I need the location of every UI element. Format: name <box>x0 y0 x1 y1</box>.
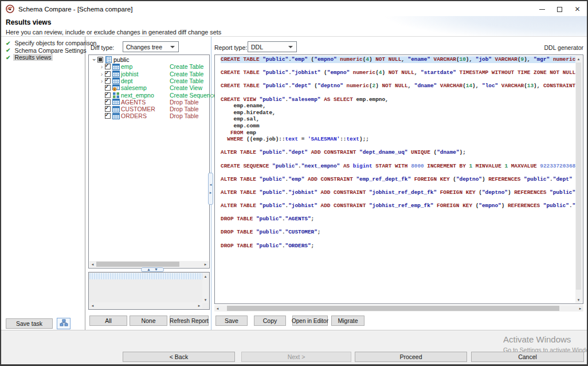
close-icon: ✕ <box>574 6 580 13</box>
scroll-right-icon[interactable]: ▸ <box>577 305 583 312</box>
diff-type-label: Diff type: <box>91 44 114 51</box>
detail-vertical-scrollbar[interactable]: ▴ ▾ <box>202 273 209 303</box>
all-button[interactable]: All <box>89 316 127 326</box>
scroll-left-icon[interactable]: ◂ <box>214 305 221 312</box>
vertical-splitter[interactable]: ◂▸ <box>208 173 213 205</box>
minimize-button[interactable] <box>533 1 551 17</box>
open-in-editor-button[interactable]: Open in Editor <box>292 316 328 326</box>
sql-line: WHERE ((emp.job)::text = 'SALESMAN'::tex… <box>221 136 575 143</box>
tree-horizontal-scrollbar[interactable]: ◂ ▸ <box>89 261 209 267</box>
check-icon: ✓ <box>105 63 109 68</box>
none-button[interactable]: None <box>130 316 167 326</box>
expand-closed-icon[interactable]: › <box>99 64 104 69</box>
diff-type-select[interactable]: Changes tree <box>123 41 179 52</box>
wizard-step-label: Schema Compare Settings <box>13 47 87 54</box>
checkbox[interactable]: ✓ <box>105 71 111 77</box>
tree-item-action: Drop Table <box>170 106 199 112</box>
checkbox[interactable] <box>97 57 103 63</box>
close-button[interactable]: ✕ <box>569 1 586 17</box>
wizard-step[interactable]: ✔Results views <box>6 54 53 61</box>
tree-item-label: public <box>113 56 129 63</box>
wizard-step[interactable]: ✔Schema Compare Settings <box>6 47 88 54</box>
sql-line: ALTER TABLE "public"."jobhist" ADD CONST… <box>221 189 575 196</box>
tree-item-action: Create Table <box>170 71 203 77</box>
tree-row[interactable]: ✓ORDERSDrop Table <box>89 112 209 119</box>
migrate-button[interactable]: Migrate <box>331 316 364 326</box>
checkbox[interactable]: ✓ <box>105 64 111 69</box>
code-horizontal-scrollbar[interactable]: ◂ ▸ <box>214 305 583 312</box>
tree-item-label: next_empno <box>121 92 154 99</box>
chevron-down-icon <box>170 46 175 48</box>
sitemap-icon <box>60 318 68 329</box>
detail-selected-row[interactable] <box>89 273 203 279</box>
checkbox[interactable]: ✓ <box>105 78 111 84</box>
check-icon: ✓ <box>105 91 109 97</box>
tree-item-label: CUSTOMER <box>121 106 155 112</box>
tree-row[interactable]: ✓next_empnoCreate Sequence <box>89 92 209 99</box>
save-button[interactable]: Save <box>215 316 248 326</box>
sql-line: emp.hiredate, <box>221 110 575 116</box>
scrollbar-thumb[interactable] <box>576 63 581 290</box>
schedule-task-button[interactable] <box>57 318 70 329</box>
tree-row[interactable]: ✓CUSTOMERDrop Table <box>89 106 209 112</box>
sql-line: DROP TABLE "public"."CUSTOMER"; <box>221 229 575 236</box>
expand-open-icon[interactable]: › <box>92 57 97 63</box>
tree-row[interactable]: ›✓empCreate Table <box>89 63 209 70</box>
sql-line <box>221 196 575 203</box>
copy-button[interactable]: Copy <box>254 316 286 326</box>
scroll-down-icon[interactable]: ▾ <box>575 297 582 303</box>
sql-line: CREATE TABLE "public"."dept" ("deptno" n… <box>221 83 575 89</box>
schema-compare-window: Schema Compare - [Schema compare] ✕ Resu… <box>0 0 588 366</box>
minimize-icon <box>539 9 545 10</box>
ddl-report-panel: CREATE TABLE "public"."emp" ("empno" num… <box>214 54 583 304</box>
checkbox[interactable]: ✓ <box>105 106 111 112</box>
app-icon <box>6 5 14 15</box>
back-button[interactable]: < Back <box>123 352 235 362</box>
tree-row[interactable]: ›✓jobhistCreate Table <box>89 71 209 77</box>
scroll-left-icon[interactable]: ◂ <box>89 302 96 309</box>
expand-closed-icon[interactable]: › <box>99 71 104 77</box>
save-task-button[interactable]: Save task <box>6 318 53 329</box>
tree-row[interactable]: ›✓deptCreate Table <box>89 77 209 84</box>
tree-item-action: Create Table <box>170 77 203 84</box>
scrollbar-thumb[interactable] <box>227 306 559 311</box>
scrollbar-thumb[interactable] <box>96 262 179 267</box>
check-icon: ✓ <box>105 98 109 104</box>
tree-item-label: dept <box>121 77 132 84</box>
horizontal-splitter[interactable]: ▲▼ <box>141 267 164 272</box>
proceed-button[interactable]: Proceed <box>355 352 467 362</box>
table-icon <box>112 106 120 112</box>
sql-line: CREATE SEQUENCE "public"."next_empno" AS… <box>221 163 575 170</box>
expand-closed-icon[interactable]: › <box>99 78 104 84</box>
ddl-code[interactable]: CREATE TABLE "public"."emp" ("empno" num… <box>215 56 575 303</box>
scroll-right-icon[interactable]: ▸ <box>202 261 209 267</box>
header-divider <box>1 36 587 37</box>
code-vertical-scrollbar[interactable]: ▴ ▾ <box>575 56 582 303</box>
detail-horizontal-scrollbar[interactable]: ◂ ▸ <box>89 302 202 309</box>
sql-line <box>221 63 575 70</box>
check-icon: ✓ <box>105 105 109 111</box>
refresh-report-button[interactable]: Refresh Report <box>170 316 209 326</box>
report-type-select[interactable]: DDL <box>248 41 297 52</box>
sql-line: ALTER TABLE "public"."jobhist" ADD CONST… <box>221 203 575 209</box>
tree-row[interactable]: ✓salesempCreate View <box>89 84 209 91</box>
checkbox[interactable]: ✓ <box>105 113 111 119</box>
scroll-up-icon[interactable]: ▴ <box>575 56 582 62</box>
tree-row[interactable]: ✓AGENTSDrop Table <box>89 99 209 106</box>
checkbox[interactable]: ✓ <box>105 92 111 98</box>
wizard-step[interactable]: ✔Specify objects for comparison <box>6 40 97 46</box>
table-icon <box>112 99 120 105</box>
collapse-right-icon: ▸ <box>210 191 212 194</box>
view-icon <box>112 84 120 91</box>
checkbox[interactable]: ✓ <box>105 99 111 105</box>
checkbox[interactable]: ✓ <box>105 85 111 91</box>
cancel-button[interactable]: Cancel <box>471 352 584 362</box>
collapse-down-icon: ▼ <box>154 268 158 271</box>
scroll-up-icon[interactable]: ▴ <box>202 273 209 279</box>
maximize-button[interactable] <box>551 1 569 17</box>
scroll-left-icon[interactable]: ◂ <box>89 261 96 267</box>
scroll-right-icon[interactable]: ▸ <box>196 302 202 309</box>
tree-row[interactable]: ›public <box>89 56 209 63</box>
tree-item-label: emp <box>121 63 132 70</box>
scroll-down-icon[interactable]: ▾ <box>202 297 209 303</box>
